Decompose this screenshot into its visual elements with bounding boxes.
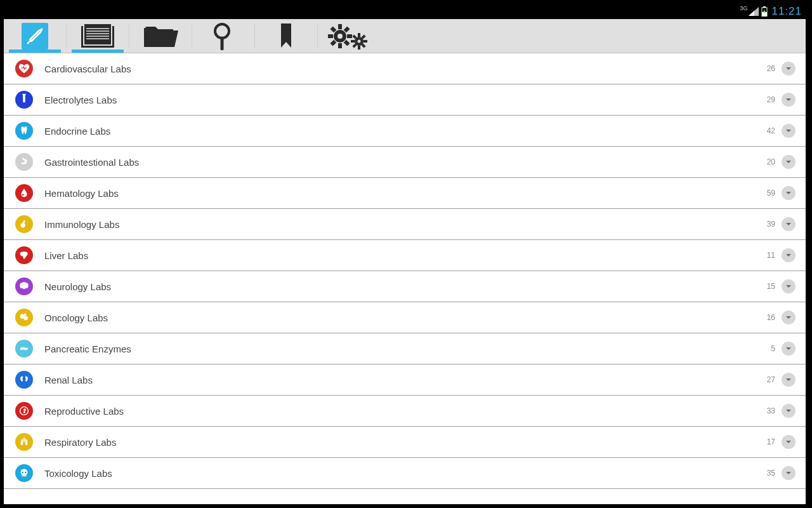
expand-button[interactable] <box>782 62 796 76</box>
svg-point-44 <box>25 472 27 474</box>
skull-icon <box>15 464 33 482</box>
category-row[interactable]: Electrolytes Labs29 <box>4 84 806 116</box>
category-label: Electrolytes Labs <box>44 95 767 105</box>
drop-icon <box>15 184 33 202</box>
svg-rect-24 <box>358 33 360 37</box>
category-count: 16 <box>767 313 775 322</box>
category-row[interactable]: Renal Labs27 <box>4 364 806 396</box>
category-row[interactable]: Oncology Labs16 <box>4 302 806 333</box>
svg-rect-32 <box>23 95 25 103</box>
svg-rect-20 <box>330 26 336 32</box>
category-label: Endocrine Labs <box>44 126 767 137</box>
svg-point-39 <box>24 314 27 316</box>
expand-button[interactable] <box>782 186 796 200</box>
expand-button[interactable] <box>782 466 796 480</box>
cells-icon <box>15 309 33 326</box>
scope-icon <box>15 215 33 233</box>
category-count: 33 <box>767 406 775 415</box>
expand-button[interactable] <box>782 279 796 293</box>
syringe-icon <box>22 23 48 50</box>
expand-button[interactable] <box>782 342 796 356</box>
tab-notes[interactable] <box>67 19 129 53</box>
document-icon <box>80 23 115 49</box>
category-count: 29 <box>767 95 775 104</box>
category-row[interactable]: Endocrine Labs42 <box>4 116 806 147</box>
expand-button[interactable] <box>782 217 796 231</box>
category-row[interactable]: Toxicology Labs35 <box>4 458 806 489</box>
category-label: Reproductive Labs <box>44 406 767 417</box>
expand-button[interactable] <box>782 124 796 138</box>
category-list[interactable]: Cardiovascular Labs26Electrolytes Labs29… <box>4 53 806 489</box>
category-label: Liver Labs <box>44 250 767 261</box>
category-label: Gastrointestional Labs <box>44 157 767 168</box>
svg-rect-21 <box>344 39 350 46</box>
tab-search[interactable] <box>192 19 254 53</box>
svg-point-23 <box>358 39 361 43</box>
svg-rect-4 <box>84 23 112 45</box>
category-label: Immunology Labs <box>44 219 767 230</box>
category-count: 27 <box>767 375 775 384</box>
svg-rect-25 <box>358 46 360 50</box>
clock-label: 11:21 <box>771 5 802 18</box>
svg-rect-47 <box>25 476 26 477</box>
expand-button[interactable] <box>782 404 796 418</box>
svg-rect-17 <box>347 34 352 38</box>
category-row[interactable]: Reproductive Labs33 <box>4 396 806 427</box>
pancreas-icon <box>15 340 33 358</box>
stomach-icon <box>15 153 33 171</box>
battery-icon <box>761 6 768 17</box>
category-count: 15 <box>767 282 775 291</box>
expand-button[interactable] <box>782 93 796 107</box>
category-row[interactable]: Immunology Labs39 <box>4 209 806 240</box>
category-label: Hematology Labs <box>44 188 767 199</box>
expand-button[interactable] <box>782 155 796 169</box>
category-row[interactable]: Hematology Labs59 <box>4 178 806 209</box>
category-label: Pancreatic Enzymes <box>44 344 771 354</box>
svg-rect-45 <box>22 476 23 477</box>
svg-rect-26 <box>351 40 355 43</box>
svg-point-10 <box>215 24 229 38</box>
svg-point-38 <box>24 316 28 320</box>
category-count: 5 <box>771 344 775 353</box>
status-bar: 3G 11:21 <box>4 4 806 19</box>
category-row[interactable]: Liver Labs11 <box>4 240 806 271</box>
svg-rect-18 <box>344 26 350 32</box>
category-label: Respiratory Labs <box>44 437 767 448</box>
svg-rect-19 <box>330 39 336 46</box>
network-type-label: 3G <box>740 4 747 11</box>
category-row[interactable]: Gastrointestional Labs20 <box>4 147 806 178</box>
expand-button[interactable] <box>782 373 796 387</box>
tab-settings[interactable] <box>318 19 380 53</box>
category-count: 26 <box>767 64 775 73</box>
svg-rect-33 <box>22 94 26 95</box>
tab-files[interactable] <box>129 19 192 53</box>
category-row[interactable]: Respiratory Labs17 <box>4 427 806 458</box>
svg-point-43 <box>22 472 23 474</box>
liver-icon <box>15 246 33 264</box>
svg-rect-15 <box>338 43 342 48</box>
signal-icon <box>749 7 759 16</box>
svg-rect-42 <box>23 438 25 442</box>
svg-point-34 <box>22 194 24 196</box>
tab-home[interactable] <box>4 19 66 53</box>
category-row[interactable]: Pancreatic Enzymes5 <box>4 333 806 364</box>
category-row[interactable]: Cardiovascular Labs26 <box>4 53 806 84</box>
folder-icon <box>143 23 178 50</box>
gear-icon <box>326 22 372 50</box>
expand-button[interactable] <box>782 311 796 324</box>
svg-rect-16 <box>328 34 333 38</box>
svg-rect-14 <box>338 24 342 29</box>
lungs-icon <box>15 433 33 451</box>
expand-button[interactable] <box>782 435 796 449</box>
category-label: Oncology Labs <box>44 312 767 323</box>
category-count: 39 <box>767 220 775 229</box>
category-label: Neurology Labs <box>44 281 767 292</box>
category-count: 59 <box>767 189 775 197</box>
fetus-icon <box>15 402 33 420</box>
category-count: 20 <box>767 157 775 166</box>
expand-button[interactable] <box>782 248 796 262</box>
tab-bookmark[interactable] <box>255 19 317 53</box>
category-row[interactable]: Neurology Labs15 <box>4 271 806 302</box>
svg-rect-36 <box>22 220 25 225</box>
svg-rect-27 <box>363 40 367 43</box>
